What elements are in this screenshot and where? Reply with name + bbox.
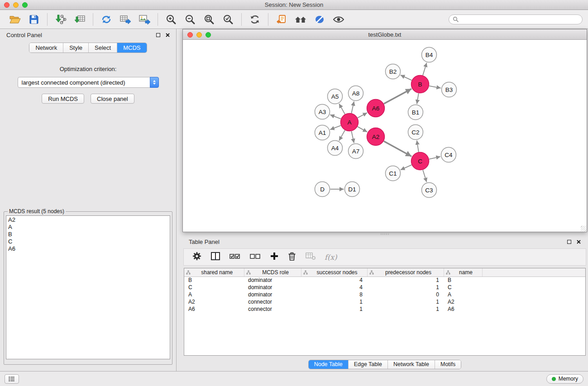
first-neighbors-button[interactable] [291,12,310,27]
network-window-titlebar[interactable]: testGlobe.txt [183,29,587,40]
float-table-panel-icon[interactable] [567,238,571,245]
table-cell[interactable]: A6 [444,305,482,313]
mcds-result-list[interactable]: A2ABCA6 [6,215,170,359]
tab-style[interactable]: Style [63,43,88,52]
table-row[interactable]: A6connector11A6 [184,305,585,313]
column-header-shared-name[interactable]: shared name [184,268,244,276]
table-row[interactable]: Bdominator41B [184,276,585,284]
graph-node-B4[interactable]: B4 [422,48,437,62]
function-builder-button[interactable]: f(x) [325,253,337,262]
graph-node-C2[interactable]: C2 [408,125,423,140]
mcds-result-item[interactable]: A2 [8,216,168,224]
zoom-window-button[interactable] [22,2,28,8]
table-cell[interactable]: A6 [184,305,244,313]
edge-C-C3[interactable] [423,170,426,182]
table-cell[interactable]: 4 [301,276,367,284]
table-cell[interactable]: 8 [301,291,367,298]
edge-A-A3[interactable] [330,115,341,119]
export-image-button[interactable] [135,12,154,27]
table-cell[interactable]: dominator [244,284,301,291]
column-header-predecessor-nodes[interactable]: predecessor nodes [367,268,444,276]
edge-A-A8[interactable] [351,101,354,113]
tab-network-table[interactable]: Network Table [387,360,435,369]
tab-node-table[interactable]: Node Table [309,360,348,369]
minimize-network-window-button[interactable] [196,32,202,38]
close-window-button[interactable] [4,2,10,8]
table-cell[interactable]: 1 [301,298,367,305]
import-network-button[interactable] [51,12,70,27]
graph-node-A2[interactable]: A2 [367,128,385,146]
close-panel-icon[interactable] [166,32,170,38]
save-session-button[interactable] [24,12,43,27]
table-row[interactable]: Adominator80A [184,291,585,298]
graph-node-B3[interactable]: B3 [442,82,457,97]
table-cell[interactable]: A [444,291,482,298]
zoom-network-window-button[interactable] [206,32,211,38]
tab-network[interactable]: Network [29,43,63,52]
edge-C-C1[interactable] [401,165,411,170]
optimization-criterion-select[interactable]: largest connected component (directed) [18,77,159,88]
show-columns-button[interactable] [210,252,220,262]
float-panel-icon[interactable] [156,32,160,38]
select-all-rows-button[interactable] [229,252,241,262]
edge-A-A2[interactable] [358,127,367,132]
zoom-out-button[interactable] [181,12,200,27]
delete-table-button[interactable] [305,252,316,262]
memory-button[interactable]: Memory [546,374,583,384]
edge-C-C4[interactable] [429,157,440,159]
close-table-panel-icon[interactable] [577,238,581,245]
table-row[interactable]: A2connector11A2 [184,298,585,305]
edge-A-A7[interactable] [351,131,354,143]
column-header-name[interactable]: name [444,268,482,276]
edge-B-B4[interactable] [423,63,427,76]
zoom-selected-button[interactable] [219,12,238,27]
graph-node-C1[interactable]: C1 [386,166,401,181]
edge-B-B1[interactable] [417,93,419,104]
tab-mcds[interactable]: MCDS [117,43,146,52]
graph-node-A[interactable]: A [341,114,359,131]
tab-select[interactable]: Select [88,43,117,52]
close-panel-button[interactable]: Close panel [91,94,134,104]
table-cell[interactable]: 1 [367,305,444,313]
graphics-details-button[interactable] [310,12,329,27]
table-cell[interactable]: dominator [244,276,301,284]
column-header-successor-nodes[interactable]: successor nodes [301,268,367,276]
table-cell[interactable]: 1 [301,305,367,313]
table-cell[interactable]: 1 [367,276,444,284]
edge-A-A1[interactable] [330,125,341,129]
window-resize-grip[interactable] [581,226,586,231]
edge-A6-B[interactable] [384,89,411,104]
graph-node-A3[interactable]: A3 [315,105,330,119]
panel-splitter[interactable] [182,232,587,236]
network-graph[interactable]: AA1A2A3A4A5A6A7A8BB1B2B3B4CC1C2C3C4DD1 [183,40,587,232]
toolbar-search[interactable] [449,14,583,24]
graph-node-C[interactable]: C [411,152,429,170]
mcds-result-item[interactable]: C [8,238,168,245]
edge-B-B2[interactable] [401,75,412,81]
minimize-window-button[interactable] [13,2,19,8]
table-cell[interactable]: A [184,291,244,298]
table-cell[interactable]: C [444,284,482,291]
tab-motifs[interactable]: Motifs [435,360,461,369]
edge-A-A5[interactable] [339,104,345,114]
graph-node-A5[interactable]: A5 [328,89,343,104]
table-cell[interactable]: C [184,284,244,291]
table-cell[interactable]: 4 [301,284,367,291]
graph-node-A6[interactable]: A6 [367,100,385,117]
graph-node-A8[interactable]: A8 [349,86,363,101]
zoom-fit-button[interactable] [200,12,219,27]
edge-A2-C[interactable] [384,141,411,157]
table-cell[interactable]: connector [244,305,301,313]
graph-node-A7[interactable]: A7 [349,144,363,159]
table-cell[interactable]: 0 [367,291,444,298]
table-row[interactable]: Cdominator41C [184,284,585,291]
table-settings-button[interactable] [192,251,202,263]
refresh-view-button[interactable] [245,12,264,27]
edge-B-B3[interactable] [429,86,441,88]
search-input[interactable] [461,16,578,23]
delete-row-button[interactable] [287,251,296,263]
edge-C-C2[interactable] [417,140,419,152]
graph-node-B2[interactable]: B2 [386,64,401,79]
mcds-result-item[interactable]: A6 [8,245,168,253]
open-session-button[interactable] [5,12,24,27]
